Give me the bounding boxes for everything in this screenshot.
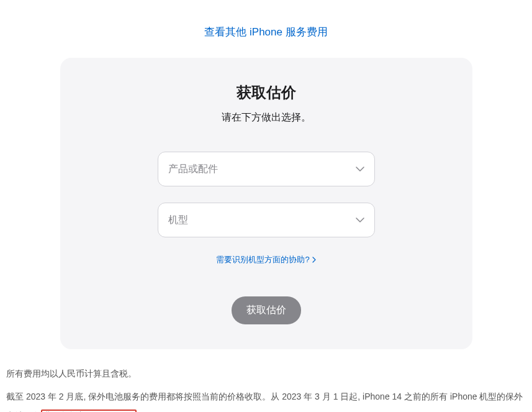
chevron-right-icon — [312, 255, 316, 265]
product-select-placeholder: 产品或配件 — [168, 163, 218, 176]
footer-notes: 所有费用均以人民币计算且含税。 截至 2023 年 2 月底, 保外电池服务的费… — [0, 349, 532, 412]
model-select-placeholder: 机型 — [168, 214, 188, 227]
card-title: 获取估价 — [91, 83, 441, 103]
other-iphone-services-link[interactable]: 查看其他 iPhone 服务费用 — [204, 26, 327, 38]
product-select[interactable]: 产品或配件 — [158, 152, 375, 186]
chevron-down-icon — [356, 167, 364, 172]
card-subtitle: 请在下方做出选择。 — [91, 111, 441, 124]
identify-model-help-link[interactable]: 需要识别机型方面的协助? — [216, 254, 315, 265]
chevron-down-icon — [356, 217, 364, 222]
estimate-card: 获取估价 请在下方做出选择。 产品或配件 机型 需要识别机型方面的协助? 获取估… — [60, 58, 472, 349]
model-select[interactable]: 机型 — [158, 203, 375, 237]
help-link-label: 需要识别机型方面的协助? — [216, 254, 309, 265]
get-estimate-button[interactable]: 获取估价 — [232, 296, 301, 324]
footer-line-1: 所有费用均以人民币计算且含税。 — [6, 364, 526, 383]
footer-line-2: 截至 2023 年 2 月底, 保外电池服务的费用都将按照当前的价格收取。从 2… — [6, 387, 526, 412]
price-increase-highlight: 费用将增加 RMB 169。 — [41, 410, 137, 412]
